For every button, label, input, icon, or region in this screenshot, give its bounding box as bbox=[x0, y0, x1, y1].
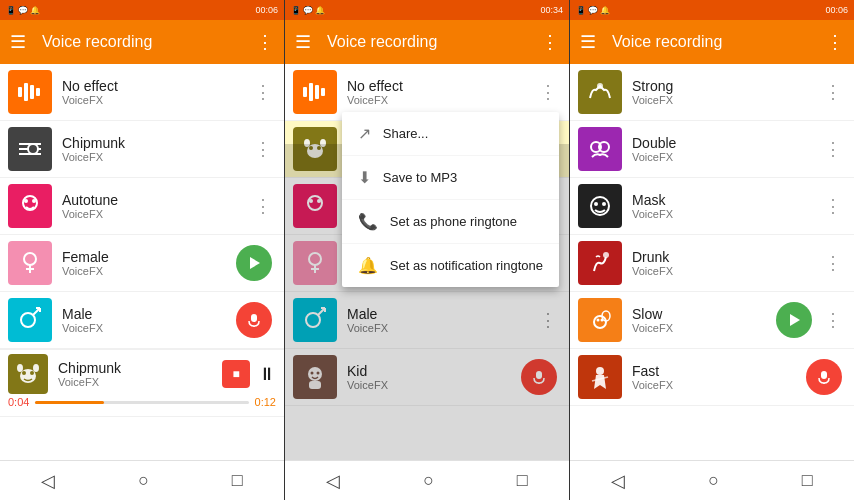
back-btn-2[interactable]: ◁ bbox=[326, 470, 340, 492]
context-menu-save-mp3[interactable]: ⬇ Save to MP3 bbox=[342, 156, 559, 200]
thumb-autotune bbox=[8, 184, 52, 228]
thumb-no-effect-s2 bbox=[293, 70, 337, 114]
more-btn-double[interactable]: ⋮ bbox=[820, 134, 846, 164]
context-menu-share-label: Share... bbox=[383, 126, 429, 141]
svg-point-56 bbox=[602, 202, 606, 206]
list-item-mask[interactable]: Mask VoiceFX ⋮ bbox=[570, 178, 854, 235]
list-item-chipmunk[interactable]: Chipmunk VoiceFX ⋮ bbox=[0, 121, 284, 178]
context-menu-save-label: Save to MP3 bbox=[383, 170, 457, 185]
list-3: Strong VoiceFX ⋮ Double VoiceFX bbox=[570, 64, 854, 460]
list-item-fast[interactable]: Fast VoiceFX bbox=[570, 349, 854, 406]
screens-container: 📱 💬 🔔 00:06 ☰ Voice recording ⋮ No effec… bbox=[0, 0, 854, 500]
svg-point-10 bbox=[32, 199, 36, 203]
context-menu-notification-label: Set as notification ringtone bbox=[390, 258, 543, 273]
back-btn-3[interactable]: ◁ bbox=[611, 470, 625, 492]
item-name-double: Double bbox=[632, 135, 820, 151]
svg-rect-64 bbox=[821, 371, 827, 379]
thumb-strong bbox=[578, 70, 622, 114]
status-bar-3: 📱 💬 🔔 00:06 bbox=[570, 0, 854, 20]
list-item-male[interactable]: Male VoiceFX bbox=[0, 292, 284, 349]
stop-btn[interactable]: ■ bbox=[222, 360, 250, 388]
list-item-chipmunk-recording[interactable]: Chipmunk VoiceFX ■ ⏸ 0:04 0:12 bbox=[0, 349, 284, 417]
item-info-slow: Slow VoiceFX bbox=[632, 306, 776, 334]
svg-point-63 bbox=[596, 367, 604, 375]
status-left-1: 📱 💬 🔔 bbox=[6, 6, 40, 15]
item-name-male: Male bbox=[62, 306, 236, 322]
play-btn-slow[interactable] bbox=[776, 302, 812, 338]
item-sub-chipmunk: VoiceFX bbox=[62, 151, 250, 163]
svg-rect-27 bbox=[309, 83, 313, 101]
screen-1: 📱 💬 🔔 00:06 ☰ Voice recording ⋮ No effec… bbox=[0, 0, 285, 500]
more-icon-2[interactable]: ⋮ bbox=[541, 31, 559, 53]
item-name-no-effect: No effect bbox=[62, 78, 250, 94]
item-info-male: Male VoiceFX bbox=[62, 306, 236, 334]
list-item-strong[interactable]: Strong VoiceFX ⋮ bbox=[570, 64, 854, 121]
pause-btn[interactable]: ⏸ bbox=[258, 364, 276, 385]
more-btn-mask[interactable]: ⋮ bbox=[820, 191, 846, 221]
home-btn-2[interactable]: ○ bbox=[423, 470, 434, 491]
more-btn-autotune[interactable]: ⋮ bbox=[250, 191, 276, 221]
more-icon-3[interactable]: ⋮ bbox=[826, 31, 844, 53]
svg-rect-1 bbox=[24, 83, 28, 101]
more-btn-slow[interactable]: ⋮ bbox=[820, 305, 846, 335]
home-btn-3[interactable]: ○ bbox=[708, 470, 719, 491]
item-name-slow: Slow bbox=[632, 306, 776, 322]
status-right-3: 00:06 bbox=[825, 5, 848, 15]
status-left-3: 📱 💬 🔔 bbox=[576, 6, 610, 15]
context-menu-set-ringtone[interactable]: 📞 Set as phone ringtone bbox=[342, 200, 559, 244]
svg-point-23 bbox=[30, 371, 34, 375]
item-name-fast: Fast bbox=[632, 363, 806, 379]
item-sub-female: VoiceFX bbox=[62, 265, 236, 277]
list-2: No effect VoiceFX ⋮ Ch... bbox=[285, 64, 569, 460]
more-btn-no-effect-s2[interactable]: ⋮ bbox=[535, 77, 561, 107]
more-icon-1[interactable]: ⋮ bbox=[256, 31, 274, 53]
nav-bar-1: ◁ ○ □ bbox=[0, 460, 284, 500]
rec-start-time: 0:04 bbox=[8, 396, 29, 408]
more-btn-drunk[interactable]: ⋮ bbox=[820, 248, 846, 278]
hamburger-icon-1[interactable]: ☰ bbox=[10, 31, 26, 53]
play-btn-female[interactable] bbox=[236, 245, 272, 281]
svg-point-22 bbox=[22, 371, 26, 375]
list-item-slow[interactable]: Slow VoiceFX ⋮ bbox=[570, 292, 854, 349]
thumb-female bbox=[8, 241, 52, 285]
list-item-double[interactable]: Double VoiceFX ⋮ bbox=[570, 121, 854, 178]
mic-btn-fast[interactable] bbox=[806, 359, 842, 395]
recents-btn-1[interactable]: □ bbox=[232, 470, 243, 491]
item-name-autotune: Autotune bbox=[62, 192, 250, 208]
context-menu: ↗ Share... ⬇ Save to MP3 📞 Set as phone … bbox=[342, 112, 559, 287]
item-name-chipmunk: Chipmunk bbox=[62, 135, 250, 151]
hamburger-icon-2[interactable]: ☰ bbox=[295, 31, 311, 53]
item-sub-no-effect: VoiceFX bbox=[62, 94, 250, 106]
status-bar-1: 📱 💬 🔔 00:06 bbox=[0, 0, 284, 20]
list-item-drunk[interactable]: Drunk VoiceFX ⋮ bbox=[570, 235, 854, 292]
status-bar-2: 📱 💬 🔔 00:34 bbox=[285, 0, 569, 20]
more-btn-no-effect[interactable]: ⋮ bbox=[250, 77, 276, 107]
home-btn-1[interactable]: ○ bbox=[138, 470, 149, 491]
list-1: No effect VoiceFX ⋮ Chipmunk VoiceFX ⋮ bbox=[0, 64, 284, 460]
nav-bar-3: ◁ ○ □ bbox=[570, 460, 854, 500]
context-menu-share[interactable]: ↗ Share... bbox=[342, 112, 559, 156]
list-item-no-effect[interactable]: No effect VoiceFX ⋮ bbox=[0, 64, 284, 121]
context-menu-set-notification[interactable]: 🔔 Set as notification ringtone bbox=[342, 244, 559, 287]
mic-btn-male[interactable] bbox=[236, 302, 272, 338]
list-item-female[interactable]: Female VoiceFX bbox=[0, 235, 284, 292]
item-sub-male: VoiceFX bbox=[62, 322, 236, 334]
progress-bar bbox=[35, 401, 248, 404]
more-btn-chipmunk[interactable]: ⋮ bbox=[250, 134, 276, 164]
list-item-autotune[interactable]: Autotune VoiceFX ⋮ bbox=[0, 178, 284, 235]
more-btn-strong[interactable]: ⋮ bbox=[820, 77, 846, 107]
hamburger-icon-3[interactable]: ☰ bbox=[580, 31, 596, 53]
chipmunk-recording-name: Chipmunk bbox=[58, 360, 222, 376]
back-btn-1[interactable]: ◁ bbox=[41, 470, 55, 492]
item-sub-strong: VoiceFX bbox=[632, 94, 820, 106]
svg-point-7 bbox=[28, 144, 38, 154]
svg-rect-29 bbox=[321, 88, 325, 96]
context-menu-ringtone-label: Set as phone ringtone bbox=[390, 214, 517, 229]
recents-btn-3[interactable]: □ bbox=[802, 470, 813, 491]
item-name-drunk: Drunk bbox=[632, 249, 820, 265]
item-sub-fast: VoiceFX bbox=[632, 379, 806, 391]
recents-btn-2[interactable]: □ bbox=[517, 470, 528, 491]
svg-rect-28 bbox=[315, 85, 319, 99]
item-info-strong: Strong VoiceFX bbox=[632, 78, 820, 106]
thumb-male bbox=[8, 298, 52, 342]
